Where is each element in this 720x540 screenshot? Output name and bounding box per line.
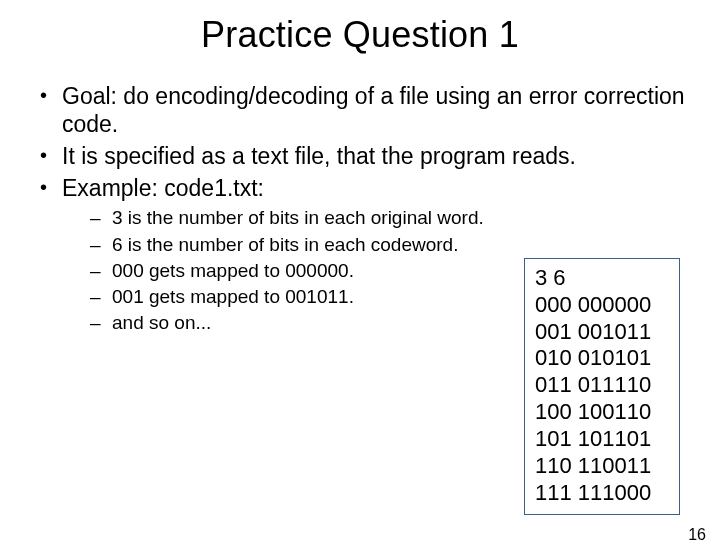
bullet-text: Example: code1.txt: bbox=[62, 175, 264, 201]
bullet-item: It is specified as a text file, that the… bbox=[38, 142, 690, 170]
code-box: 3 6 000 000000 001 001011 010 010101 011… bbox=[524, 258, 680, 515]
bullet-item: Goal: do encoding/decoding of a file usi… bbox=[38, 82, 690, 138]
sub-bullet-item: 000 gets mapped to 000000. bbox=[90, 259, 502, 283]
slide: Practice Question 1 Goal: do encoding/de… bbox=[0, 14, 720, 540]
sub-bullet-item: 3 is the number of bits in each original… bbox=[90, 206, 502, 230]
sub-bullet-item: and so on... bbox=[90, 311, 502, 335]
slide-title: Practice Question 1 bbox=[0, 14, 720, 56]
sub-bullet-list: 3 is the number of bits in each original… bbox=[62, 206, 502, 336]
page-number: 16 bbox=[688, 526, 706, 540]
sub-bullet-item: 001 gets mapped to 001011. bbox=[90, 285, 502, 309]
sub-bullet-item: 6 is the number of bits in each codeword… bbox=[90, 233, 502, 257]
